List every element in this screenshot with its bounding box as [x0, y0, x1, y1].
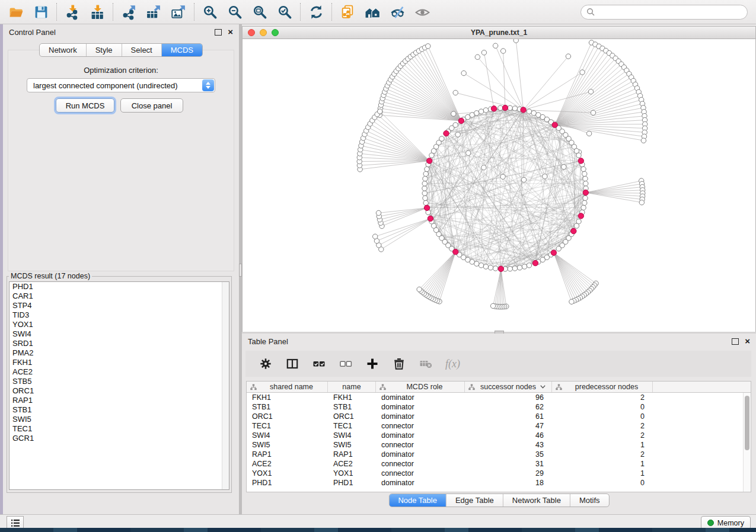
toolbar-separator	[194, 3, 194, 21]
search-box[interactable]	[580, 5, 748, 20]
table-cell: 0	[552, 479, 653, 487]
table-row[interactable]: ORC1ORC1dominator610	[247, 412, 751, 421]
close-panel-action-button[interactable]: Close panel	[120, 98, 183, 113]
tab-select[interactable]: Select	[122, 44, 162, 56]
close-window-icon[interactable]	[248, 29, 255, 36]
table-row[interactable]: STB1STB1dominator620	[247, 402, 751, 412]
float-table-panel-button[interactable]	[732, 338, 739, 345]
table-row[interactable]: PHD1PHD1dominator180	[247, 478, 751, 488]
control-panel-tabs: NetworkStyleSelectMCDS	[39, 43, 203, 57]
table-row[interactable]: SWI4SWI4dominator462	[247, 431, 751, 440]
tab-node-table[interactable]: Node Table	[389, 494, 446, 507]
network-canvas[interactable]	[243, 39, 755, 332]
table-cell: STB1	[247, 403, 328, 411]
mcds-result-list[interactable]: PHD1CAR1STP4TID3YOX1SWI4SRD1PMA2FKH1ACE2…	[9, 281, 229, 490]
mcds-node	[578, 213, 583, 219]
deselect-all-button[interactable]	[339, 357, 353, 371]
run-mcds-button[interactable]: Run MCDS	[56, 98, 114, 113]
float-panel-button[interactable]	[215, 29, 222, 36]
org-chart-icon	[250, 384, 257, 390]
import-table-button[interactable]	[85, 2, 110, 22]
table-cell: YOX1	[247, 469, 328, 477]
mcds-result-item[interactable]: SWI4	[9, 329, 229, 339]
toggle-panel-button[interactable]	[285, 357, 299, 371]
mcds-result-item[interactable]: RAP1	[9, 396, 229, 405]
table-row[interactable]: FKH1FKH1dominator962	[247, 393, 751, 402]
table-row[interactable]: ACE2ACE2connector311	[247, 459, 751, 469]
mcds-result-item[interactable]: TEC1	[9, 424, 229, 434]
mcds-result-item[interactable]: PHD1	[9, 282, 229, 291]
tab-style[interactable]: Style	[87, 44, 122, 56]
table-row[interactable]: TEC1TEC1connector472	[247, 421, 751, 431]
select-stepper-icon	[202, 79, 214, 91]
table-row[interactable]: SWI5SWI5connector431	[247, 440, 751, 450]
scrollbar-thumb[interactable]	[745, 396, 749, 450]
mcds-result-item[interactable]: STB1	[9, 405, 229, 415]
column-header-name[interactable]: name	[328, 382, 376, 392]
search-input[interactable]	[598, 7, 747, 17]
table-scrollbar[interactable]	[743, 393, 751, 492]
delete-row-button[interactable]	[392, 357, 406, 371]
export-image-button[interactable]	[166, 2, 191, 22]
mcds-result-item[interactable]: CAR1	[9, 291, 229, 301]
mcds-result-item[interactable]: SWI5	[9, 415, 229, 424]
export-network-button[interactable]	[116, 2, 141, 22]
table-row[interactable]: YOX1YOX1connector291	[247, 469, 751, 478]
export-table-button[interactable]	[141, 2, 166, 22]
minimize-window-icon[interactable]	[260, 29, 267, 36]
show-all-icon	[414, 4, 430, 20]
column-header-MCDS-role[interactable]: MCDS role	[376, 382, 465, 392]
table-cell: connector	[376, 460, 465, 468]
mcds-result-item[interactable]: STP4	[9, 301, 229, 310]
maximize-window-icon[interactable]	[272, 29, 279, 36]
control-panel-title: Control Panel	[9, 28, 56, 37]
zoom-in-button[interactable]	[197, 2, 222, 22]
add-row-button[interactable]	[365, 357, 379, 371]
toolbar-separator	[113, 3, 113, 21]
mcds-result-item[interactable]: GCR1	[9, 434, 229, 443]
select-all-icon	[312, 357, 326, 370]
refresh-view-button[interactable]	[304, 2, 328, 22]
import-network-button[interactable]	[60, 2, 85, 22]
save-session-button[interactable]	[28, 2, 53, 22]
toggle-panel-icon	[286, 357, 299, 370]
tab-motifs[interactable]: Motifs	[570, 494, 609, 507]
close-table-panel-button[interactable]: ×	[745, 338, 750, 344]
table-cell: RAP1	[247, 450, 328, 459]
open-file-icon	[8, 4, 24, 20]
optimization-criterion-value: largest connected component (undirected)	[33, 81, 178, 90]
mcds-result-item[interactable]: ORC1	[9, 386, 229, 396]
settings-button[interactable]	[259, 357, 273, 371]
tab-network[interactable]: Network	[40, 44, 87, 56]
optimization-criterion-select[interactable]: largest connected component (undirected)	[27, 78, 215, 92]
column-header-shared-name[interactable]: shared name	[247, 382, 328, 392]
mcds-result-item[interactable]: ACE2	[9, 367, 229, 377]
tab-mcds[interactable]: MCDS	[162, 44, 202, 56]
show-all-button[interactable]	[410, 2, 435, 22]
first-neighbors-button[interactable]	[360, 2, 385, 22]
table-cell: ORC1	[328, 412, 376, 421]
mcds-result-item[interactable]: TID3	[9, 310, 229, 320]
network-titlebar[interactable]: YPA_prune.txt_1	[243, 27, 755, 39]
close-panel-button[interactable]: ×	[228, 29, 233, 35]
select-all-button[interactable]	[312, 357, 326, 371]
tab-edge-table[interactable]: Edge Table	[446, 494, 503, 507]
desktop-wallpaper	[0, 528, 756, 532]
open-file-button[interactable]	[4, 2, 28, 22]
list-scrollbar[interactable]	[222, 282, 229, 489]
mcds-result-item[interactable]: PMA2	[9, 348, 229, 358]
column-header-successor-nodes[interactable]: successor nodes	[465, 382, 552, 392]
zoom-out-button[interactable]	[222, 2, 247, 22]
zoom-fit-button[interactable]	[247, 2, 272, 22]
column-header-predecessor-nodes[interactable]: predecessor nodes	[552, 382, 653, 392]
import-table-icon	[90, 4, 106, 20]
table-row[interactable]: RAP1RAP1dominator352	[247, 450, 751, 459]
zoom-selected-button[interactable]	[272, 2, 297, 22]
mcds-result-item[interactable]: YOX1	[9, 320, 229, 329]
tab-network-table[interactable]: Network Table	[503, 494, 570, 507]
hide-selected-button[interactable]	[385, 2, 410, 22]
copy-network-button[interactable]	[335, 2, 360, 22]
mcds-result-item[interactable]: STB5	[9, 377, 229, 386]
mcds-result-item[interactable]: FKH1	[9, 358, 229, 367]
mcds-result-item[interactable]: SRD1	[9, 339, 229, 348]
